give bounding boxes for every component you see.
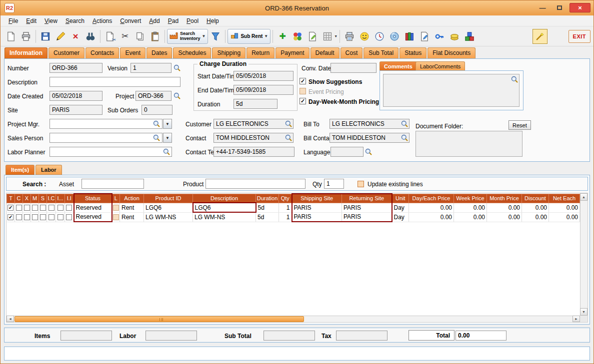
- subtotal-field[interactable]: [264, 331, 315, 341]
- bill-contact-field[interactable]: [330, 133, 410, 143]
- l-cell[interactable]: [112, 212, 120, 222]
- menu-add[interactable]: Add: [145, 16, 164, 25]
- scroll-right-button[interactable]: ►: [572, 316, 580, 322]
- start-datetime-field[interactable]: [234, 71, 294, 81]
- key-button[interactable]: [432, 29, 447, 44]
- row-checkbox[interactable]: [48, 205, 54, 211]
- status-cell[interactable]: Reserved: [74, 212, 112, 222]
- tab-payment[interactable]: Payment: [276, 47, 309, 58]
- row-checkbox[interactable]: [24, 214, 30, 220]
- row-checkbox[interactable]: [32, 214, 38, 220]
- tab-shipping[interactable]: Shipping: [212, 47, 246, 58]
- qty-input[interactable]: [324, 179, 344, 189]
- menu-file[interactable]: File: [4, 16, 22, 25]
- row-checkbox[interactable]: [16, 214, 22, 220]
- customer-field[interactable]: [214, 119, 294, 129]
- row-checkbox[interactable]: [66, 205, 72, 211]
- items-total-field[interactable]: [60, 331, 112, 341]
- row-s-cell[interactable]: [39, 212, 47, 222]
- project-search-icon[interactable]: [173, 92, 181, 100]
- row-select-cell[interactable]: ✓: [7, 203, 15, 212]
- minimize-button[interactable]: —: [536, 3, 550, 12]
- disc-button[interactable]: [387, 29, 402, 44]
- version-field[interactable]: [130, 63, 172, 73]
- conv-date-field[interactable]: [330, 63, 376, 73]
- contact-search-icon[interactable]: [284, 134, 292, 142]
- qty-cell[interactable]: 1: [279, 212, 292, 222]
- language-field[interactable]: [330, 147, 364, 157]
- row-ii-cell[interactable]: [65, 212, 74, 222]
- tab-cost[interactable]: Cost: [340, 47, 363, 58]
- day-each-price-cell[interactable]: 0.00: [409, 212, 454, 222]
- row-m-cell[interactable]: [31, 203, 39, 212]
- row-checkbox[interactable]: [58, 205, 64, 211]
- bill-contact-search-icon[interactable]: [400, 134, 408, 142]
- add-line-button[interactable]: ✚: [275, 29, 290, 44]
- row-checkbox[interactable]: [58, 214, 64, 220]
- feedback-button[interactable]: [357, 29, 372, 44]
- language-search-icon[interactable]: [364, 148, 372, 156]
- scroll-up-button[interactable]: ▲: [580, 193, 588, 201]
- row-c-cell[interactable]: [15, 203, 23, 212]
- row-checkbox[interactable]: [113, 214, 119, 220]
- update-existing-lines-checkbox[interactable]: [358, 181, 364, 187]
- tab-return[interactable]: Return: [246, 47, 274, 58]
- horizontal-scroll-thumb[interactable]: [14, 316, 304, 322]
- scroll-down-button[interactable]: ▼: [580, 308, 588, 316]
- asset-search-input[interactable]: [82, 179, 144, 189]
- version-search-icon[interactable]: [173, 64, 181, 72]
- description-field[interactable]: [50, 77, 180, 87]
- menu-pool[interactable]: Pool: [182, 16, 202, 25]
- row-checkbox[interactable]: [66, 214, 72, 220]
- row-checkbox[interactable]: [24, 205, 30, 211]
- month-price-cell[interactable]: 0.00: [487, 212, 522, 222]
- duration-field[interactable]: [234, 99, 278, 109]
- returning-site-cell[interactable]: PARIS: [342, 212, 392, 222]
- menu-actions[interactable]: Actions: [88, 16, 116, 25]
- tab-flat-discounts[interactable]: Flat Discounts: [428, 47, 476, 58]
- discount-cell[interactable]: 0.00: [522, 212, 549, 222]
- bill-to-search-icon[interactable]: [400, 120, 408, 128]
- write-note-button[interactable]: [417, 29, 432, 44]
- row-ii-cell[interactable]: [65, 203, 74, 212]
- row-id-cell[interactable]: [56, 212, 65, 222]
- tab-dates[interactable]: Dates: [146, 47, 172, 58]
- delete-button[interactable]: ×: [68, 29, 83, 44]
- cut-special-button[interactable]: ✂: [102, 29, 118, 44]
- show-suggestions-checkbox[interactable]: ✓: [300, 78, 306, 84]
- returning-site-cell[interactable]: PARIS: [342, 203, 392, 212]
- reset-button[interactable]: Reset: [508, 120, 531, 130]
- site-field[interactable]: [50, 105, 102, 115]
- horizontal-scrollbar[interactable]: ◄ ►: [6, 316, 580, 322]
- tab-status[interactable]: Status: [400, 47, 426, 58]
- row-s-cell[interactable]: [39, 203, 47, 212]
- labor-planner-search-icon[interactable]: [162, 148, 170, 156]
- week-price-cell[interactable]: 0.00: [454, 212, 487, 222]
- unit-cell[interactable]: Day: [392, 212, 409, 222]
- tab-schedules[interactable]: Schedules: [173, 47, 211, 58]
- new-document-button[interactable]: [4, 29, 18, 44]
- vertical-scrollbar[interactable]: ▲ ▼: [580, 193, 588, 316]
- row-x-cell[interactable]: [23, 203, 31, 212]
- row-checkbox[interactable]: [40, 205, 46, 211]
- find-button[interactable]: [83, 29, 98, 44]
- comments-search-icon[interactable]: [510, 75, 518, 83]
- net-each-cell[interactable]: 0.00: [549, 203, 580, 212]
- row-ic-cell[interactable]: [47, 203, 56, 212]
- product-search-input[interactable]: [206, 179, 306, 189]
- duration-cell[interactable]: 5d: [256, 212, 279, 222]
- print-button[interactable]: [18, 29, 34, 44]
- document-folder-box[interactable]: [416, 131, 522, 157]
- close-button[interactable]: ×: [570, 3, 590, 12]
- product-id-cell[interactable]: LGQ6: [144, 203, 193, 212]
- catalog-button[interactable]: [402, 29, 417, 44]
- action-cell[interactable]: Rent: [120, 212, 144, 222]
- row-checkbox[interactable]: [40, 214, 46, 220]
- menu-convert[interactable]: Convert: [116, 16, 145, 25]
- row-checkbox[interactable]: [32, 205, 38, 211]
- labor-planner-field[interactable]: [50, 147, 172, 157]
- row-checkbox[interactable]: [48, 214, 54, 220]
- bill-to-field[interactable]: [330, 119, 410, 129]
- filter-button[interactable]: [208, 29, 223, 44]
- menu-pad[interactable]: Pad: [164, 16, 182, 25]
